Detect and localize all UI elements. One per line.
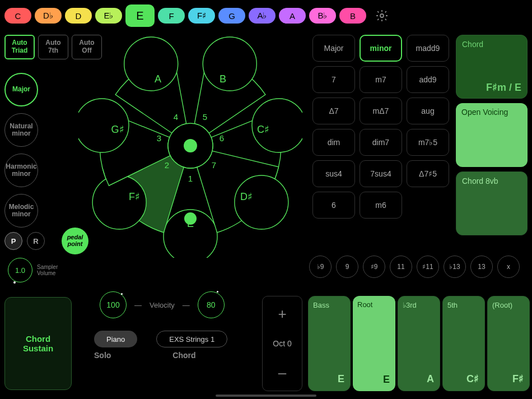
scale-harmonic-minor[interactable]: Harmonic minor: [4, 154, 38, 187]
note-pad-root[interactable]: RootE: [353, 296, 395, 391]
current-chord: F♯m / E: [486, 81, 521, 94]
settings-icon[interactable]: [375, 9, 389, 22]
tension-13[interactable]: ♭13: [444, 256, 466, 278]
key-A[interactable]: A: [279, 8, 306, 24]
key-Ab[interactable]: A♭: [249, 8, 276, 24]
scale-major[interactable]: Major: [4, 73, 38, 106]
tension-11[interactable]: ♯11: [417, 256, 439, 278]
chord-label: Chord: [172, 351, 195, 360]
sampler-volume-label: Sampler Volume: [37, 264, 58, 276]
chord-sustain-pad[interactable]: Chord Sustain: [4, 297, 72, 390]
quality-m7[interactable]: mΔ7: [360, 98, 402, 124]
key-G[interactable]: G: [218, 8, 245, 24]
scale-melodic-minor[interactable]: Melodic minor: [4, 194, 38, 228]
svg-point-5: [203, 37, 256, 91]
quality-dim[interactable]: dim: [312, 129, 355, 156]
tension-13[interactable]: 13: [470, 256, 493, 278]
svg-text:1: 1: [188, 174, 193, 183]
auto-7th-button[interactable]: Auto 7th: [38, 35, 68, 59]
key-E[interactable]: E: [125, 4, 155, 27]
wheel-note-1: E: [187, 218, 194, 229]
sampler-volume-knob[interactable]: 1.0: [8, 258, 32, 282]
chord-tension-row: ♭99♯911♯11♭1313x: [309, 256, 520, 278]
quality-m6[interactable]: m6: [360, 192, 402, 219]
key-C[interactable]: C: [4, 8, 31, 24]
svg-text:2: 2: [165, 160, 169, 170]
scale-natural-minor[interactable]: Natural minor: [4, 113, 38, 147]
tension-9[interactable]: 9: [336, 256, 358, 278]
quality-6[interactable]: 6: [312, 192, 355, 219]
octave-control: + Oct 0 –: [262, 296, 302, 391]
octave-label: Oct 0: [273, 339, 291, 348]
quality-7[interactable]: Δ7: [312, 98, 355, 124]
quality-madd9[interactable]: madd9: [407, 35, 449, 62]
quality-75[interactable]: Δ7♯5: [407, 160, 449, 187]
quality-add9[interactable]: add9: [407, 66, 449, 93]
note-pad-5th[interactable]: 5thC♯: [442, 296, 485, 391]
auto-triad-button[interactable]: Auto Triad: [4, 35, 35, 59]
chord-instrument[interactable]: EXS Strings 1: [156, 331, 227, 347]
quality-m7[interactable]: m7: [360, 66, 402, 93]
note-pad-root[interactable]: (Root)F♯: [487, 296, 530, 391]
open-voicing-pad[interactable]: Open Voicing: [456, 103, 528, 167]
key-selector-row: CD♭DE♭EFF♯GA♭AB♭B: [4, 4, 389, 27]
svg-text:6: 6: [220, 133, 224, 143]
svg-point-7: [235, 175, 288, 229]
solo-label: Solo: [94, 351, 111, 360]
svg-point-0: [380, 14, 384, 17]
key-D[interactable]: D: [65, 8, 92, 24]
quality-sus4[interactable]: sus4: [312, 160, 355, 187]
wheel-note-3: G♯: [111, 124, 124, 135]
home-indicator: [216, 395, 316, 397]
wheel-note-7: D♯: [240, 191, 253, 202]
solo-velocity-knob[interactable]: 100: [100, 291, 127, 318]
key-Db[interactable]: D♭: [35, 8, 62, 24]
chord-display-pad[interactable]: Chord F♯m / E: [456, 35, 528, 99]
quality-7[interactable]: 7: [312, 66, 355, 93]
tension-9[interactable]: ♭9: [309, 256, 332, 278]
p-button[interactable]: P: [4, 232, 22, 250]
note-pad-3rd[interactable]: ♭3rdA: [398, 296, 440, 391]
chord-8vb-pad[interactable]: Chord 8vb: [456, 171, 528, 235]
svg-text:3: 3: [157, 133, 161, 143]
quality-minor[interactable]: minor: [360, 35, 402, 62]
tension-11[interactable]: 11: [390, 256, 412, 278]
svg-point-4: [124, 37, 178, 91]
svg-text:5: 5: [203, 112, 207, 122]
octave-down[interactable]: –: [278, 364, 286, 382]
scale-degree-wheel[interactable]: 1 2 3 4 5 6 7 E F♯ G♯ A B C♯ D♯: [78, 34, 302, 258]
quality-Major[interactable]: Major: [312, 35, 355, 62]
chord-velocity-knob[interactable]: 80: [198, 291, 225, 318]
quality-dim7[interactable]: dim7: [360, 129, 402, 156]
quality-aug[interactable]: aug: [407, 98, 449, 124]
key-Bb[interactable]: B♭: [309, 8, 336, 24]
r-button[interactable]: R: [27, 232, 45, 250]
key-B[interactable]: B: [339, 8, 366, 24]
key-Fs[interactable]: F♯: [188, 8, 215, 24]
chord-quality-grid: Majorminormadd97m7add9Δ7mΔ7augdimdim7m7♭…: [312, 35, 449, 219]
note-pad-bass[interactable]: BassE: [308, 296, 351, 391]
chord-tone-pads: BassERootE♭3rdA5thC♯(Root)F♯: [308, 296, 530, 391]
key-F[interactable]: F: [158, 8, 185, 24]
quality-m75[interactable]: m7♭5: [407, 129, 449, 156]
svg-text:4: 4: [174, 112, 178, 122]
wheel-note-2: F♯: [129, 191, 140, 202]
tension-9[interactable]: ♯9: [363, 256, 385, 278]
solo-instrument[interactable]: Piano: [94, 331, 137, 347]
wheel-note-6: C♯: [257, 124, 269, 135]
tension-x[interactable]: x: [497, 256, 520, 278]
wheel-note-4: A: [155, 73, 161, 85]
velocity-label: Velocity: [150, 301, 175, 309]
key-Eb[interactable]: E♭: [95, 8, 122, 24]
svg-point-9: [184, 139, 197, 152]
wheel-note-5: B: [220, 73, 226, 85]
svg-text:7: 7: [212, 160, 216, 170]
sampler-volume-value: 1.0: [15, 266, 25, 275]
svg-point-2: [92, 175, 146, 229]
quality-7sus4[interactable]: 7sus4: [360, 160, 402, 187]
octave-up[interactable]: +: [278, 305, 286, 323]
